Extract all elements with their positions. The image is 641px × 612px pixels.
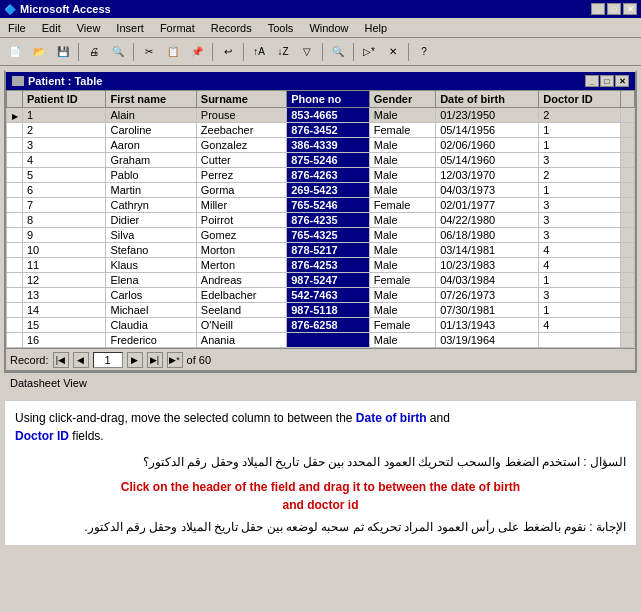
row-selector-cell[interactable] bbox=[7, 228, 23, 243]
gender-cell: Male bbox=[369, 138, 435, 153]
nav-total: of 60 bbox=[187, 354, 211, 366]
surname-cell: Cutter bbox=[196, 153, 286, 168]
del-rec-button[interactable]: ✕ bbox=[382, 41, 404, 63]
menu-window[interactable]: Window bbox=[305, 21, 352, 35]
menu-view[interactable]: View bbox=[73, 21, 105, 35]
patient-id-cell: 7 bbox=[23, 198, 106, 213]
save-button[interactable]: 💾 bbox=[52, 41, 74, 63]
doctor-id-cell: 3 bbox=[539, 288, 621, 303]
gender-cell: Female bbox=[369, 273, 435, 288]
copy-button[interactable]: 📋 bbox=[162, 41, 184, 63]
doctor-id-cell: 4 bbox=[539, 243, 621, 258]
doctor-id-cell: 1 bbox=[539, 303, 621, 318]
dob-cell: 02/01/1977 bbox=[436, 198, 539, 213]
col-header-first-name[interactable]: First name bbox=[106, 91, 196, 108]
col-header-doctor-id[interactable]: Doctor ID bbox=[539, 91, 621, 108]
sort-asc-button[interactable]: ↑A bbox=[248, 41, 270, 63]
row-indicator: ▶ bbox=[12, 112, 18, 121]
title-bar: 🔷 Microsoft Access _ □ ✕ bbox=[0, 0, 641, 18]
find-button[interactable]: 🔍 bbox=[327, 41, 349, 63]
menu-insert[interactable]: Insert bbox=[112, 21, 148, 35]
preview-button[interactable]: 🔍 bbox=[107, 41, 129, 63]
row-selector-cell[interactable] bbox=[7, 198, 23, 213]
phone-cell: 386-4339 bbox=[287, 138, 370, 153]
patient-id-cell: 16 bbox=[23, 333, 106, 348]
answer-line1: Click on the header of the field and dra… bbox=[121, 480, 520, 494]
menu-tools[interactable]: Tools bbox=[264, 21, 298, 35]
row-selector-cell[interactable] bbox=[7, 273, 23, 288]
col-header-phone[interactable]: Phone no bbox=[287, 91, 370, 108]
row-selector-cell[interactable] bbox=[7, 123, 23, 138]
undo-button[interactable]: ↩ bbox=[217, 41, 239, 63]
cut-button[interactable]: ✂ bbox=[138, 41, 160, 63]
row-selector-cell[interactable] bbox=[7, 318, 23, 333]
first-name-cell: Cathryn bbox=[106, 198, 196, 213]
col-header-scroll bbox=[621, 91, 635, 108]
paste-button[interactable]: 📌 bbox=[186, 41, 208, 63]
filter-button[interactable]: ▽ bbox=[296, 41, 318, 63]
phone-cell: 876-6258 bbox=[287, 318, 370, 333]
gender-cell: Male bbox=[369, 168, 435, 183]
new-button[interactable]: 📄 bbox=[4, 41, 26, 63]
row-selector-cell[interactable] bbox=[7, 258, 23, 273]
dob-cell: 04/03/1984 bbox=[436, 273, 539, 288]
surname-cell: Perrez bbox=[196, 168, 286, 183]
nav-current-input[interactable] bbox=[93, 352, 123, 368]
row-selector-cell[interactable] bbox=[7, 288, 23, 303]
new-rec-button[interactable]: ▷* bbox=[358, 41, 380, 63]
menu-file[interactable]: File bbox=[4, 21, 30, 35]
table-title-buttons: _ □ ✕ bbox=[585, 75, 629, 87]
print-button[interactable]: 🖨 bbox=[83, 41, 105, 63]
row-selector-cell[interactable] bbox=[7, 183, 23, 198]
table-row: 6MartinGorma269-5423Male04/03/19731 bbox=[7, 183, 635, 198]
first-name-cell: Didier bbox=[106, 213, 196, 228]
menu-edit[interactable]: Edit bbox=[38, 21, 65, 35]
doctor-id-cell: 3 bbox=[539, 213, 621, 228]
row-selector-cell[interactable]: ▶ bbox=[7, 108, 23, 123]
table-maximize-button[interactable]: □ bbox=[600, 75, 614, 87]
sort-desc-button[interactable]: ↓Z bbox=[272, 41, 294, 63]
row-selector-cell[interactable] bbox=[7, 213, 23, 228]
first-name-cell: Klaus bbox=[106, 258, 196, 273]
row-selector-cell[interactable] bbox=[7, 168, 23, 183]
col-header-dob[interactable]: Date of birth bbox=[436, 91, 539, 108]
nav-prev-button[interactable]: ◀ bbox=[73, 352, 89, 368]
open-button[interactable]: 📂 bbox=[28, 41, 50, 63]
close-button[interactable]: ✕ bbox=[623, 3, 637, 15]
minimize-button[interactable]: _ bbox=[591, 3, 605, 15]
nav-last-button[interactable]: ▶| bbox=[147, 352, 163, 368]
menu-records[interactable]: Records bbox=[207, 21, 256, 35]
col-header-selector[interactable] bbox=[7, 91, 23, 108]
table-row: 3AaronGonzalez386-4339Male02/06/19601 bbox=[7, 138, 635, 153]
table-minimize-button[interactable]: _ bbox=[585, 75, 599, 87]
menu-help[interactable]: Help bbox=[361, 21, 392, 35]
patient-id-cell: 4 bbox=[23, 153, 106, 168]
arabic-question-text: السؤال : استخدم الضغط والسحب لتحريك العم… bbox=[15, 453, 626, 472]
row-selector-cell[interactable] bbox=[7, 303, 23, 318]
table-row: 10StefanoMorton878-5217Male03/14/19814 bbox=[7, 243, 635, 258]
first-name-cell: Elena bbox=[106, 273, 196, 288]
table-icon bbox=[12, 76, 24, 86]
patient-id-cell: 9 bbox=[23, 228, 106, 243]
col-header-patient-id[interactable]: Patient ID bbox=[23, 91, 106, 108]
nav-new-button[interactable]: ▶* bbox=[167, 352, 183, 368]
row-selector-cell[interactable] bbox=[7, 243, 23, 258]
col-header-surname[interactable]: Surname bbox=[196, 91, 286, 108]
dob-cell: 07/30/1981 bbox=[436, 303, 539, 318]
phone-cell: 876-4235 bbox=[287, 213, 370, 228]
separator-6 bbox=[353, 43, 354, 61]
row-selector-cell[interactable] bbox=[7, 153, 23, 168]
surname-cell: Gorma bbox=[196, 183, 286, 198]
maximize-button[interactable]: □ bbox=[607, 3, 621, 15]
row-selector-cell[interactable] bbox=[7, 138, 23, 153]
nav-next-button[interactable]: ▶ bbox=[127, 352, 143, 368]
separator-4 bbox=[243, 43, 244, 61]
row-selector-cell[interactable] bbox=[7, 333, 23, 348]
table-close-button[interactable]: ✕ bbox=[615, 75, 629, 87]
menu-format[interactable]: Format bbox=[156, 21, 199, 35]
arabic-answer-text: الإجابة : نقوم بالضغط على رأس العمود الم… bbox=[15, 518, 626, 537]
doctor-id-cell: 3 bbox=[539, 198, 621, 213]
help-button[interactable]: ? bbox=[413, 41, 435, 63]
col-header-gender[interactable]: Gender bbox=[369, 91, 435, 108]
nav-first-button[interactable]: |◀ bbox=[53, 352, 69, 368]
